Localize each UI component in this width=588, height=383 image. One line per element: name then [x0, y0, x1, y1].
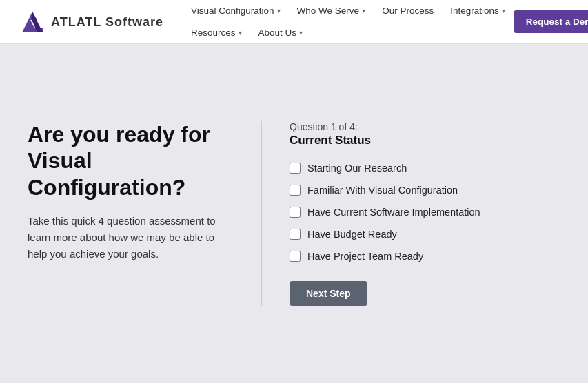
question-title: Current Status: [290, 134, 560, 147]
nav-visual-configuration[interactable]: Visual Configuration ▾: [183, 0, 289, 22]
chevron-down-icon: ▾: [362, 7, 365, 14]
nav-links-wrapper: Visual Configuration ▾ Who We Serve ▾ Ou…: [183, 0, 514, 44]
nav-who-we-serve[interactable]: Who We Serve ▾: [289, 0, 374, 22]
navbar: ATLATL Software Visual Configuration ▾ W…: [0, 0, 588, 44]
chevron-down-icon: ▾: [299, 29, 303, 37]
option-label: Familiar With Visual Configuration: [307, 185, 458, 196]
logo[interactable]: ATLATL Software: [17, 6, 163, 38]
hero-inner: Are you ready for Visual Configuration? …: [28, 121, 560, 306]
question-label: Question 1 of 4:: [290, 121, 560, 132]
chevron-down-icon: ▾: [277, 7, 281, 14]
nav-resources[interactable]: Resources ▾: [183, 22, 250, 44]
hero-heading: Are you ready for Visual Configuration?: [28, 121, 234, 200]
option-label: Have Budget Ready: [307, 229, 397, 240]
chevron-down-icon: ▾: [502, 7, 505, 14]
checkbox-option-1[interactable]: [290, 163, 301, 174]
option-label: Have Current Software Implementation: [307, 207, 480, 218]
checkbox-option-3[interactable]: [290, 207, 301, 218]
option-label: Have Project Team Ready: [307, 251, 423, 262]
nav-row-1: Visual Configuration ▾ Who We Serve ▾ Ou…: [183, 0, 514, 22]
chevron-down-icon: ▾: [239, 29, 242, 37]
hero-subtext: Take this quick 4 question assessment to…: [28, 213, 234, 262]
next-step-button[interactable]: Next Step: [290, 281, 367, 306]
options-list: Starting Our Research Familiar With Visu…: [290, 163, 560, 262]
cta-area: Request a Demo: [514, 10, 588, 33]
list-item[interactable]: Familiar With Visual Configuration: [290, 185, 560, 196]
checkbox-option-4[interactable]: [290, 229, 301, 240]
hero-section: Are you ready for Visual Configuration? …: [0, 44, 588, 383]
checkbox-option-2[interactable]: [290, 185, 301, 196]
nav-integrations[interactable]: Integrations ▾: [442, 0, 514, 22]
nav-about-us[interactable]: About Us ▾: [250, 22, 312, 44]
logo-text-atlatl: ATLATL Software: [51, 16, 163, 28]
list-item[interactable]: Have Project Team Ready: [290, 251, 560, 262]
nav-our-process[interactable]: Our Process: [374, 0, 442, 22]
hero-right: Question 1 of 4: Current Status Starting…: [262, 121, 560, 306]
list-item[interactable]: Have Current Software Implementation: [290, 207, 560, 218]
option-label: Starting Our Research: [307, 163, 407, 174]
list-item[interactable]: Have Budget Ready: [290, 229, 560, 240]
nav-row-2: Resources ▾ About Us ▾: [183, 22, 514, 44]
hero-left: Are you ready for Visual Configuration? …: [28, 121, 262, 306]
checkbox-option-5[interactable]: [290, 251, 301, 262]
list-item[interactable]: Starting Our Research: [290, 163, 560, 174]
request-demo-button[interactable]: Request a Demo: [514, 10, 588, 33]
